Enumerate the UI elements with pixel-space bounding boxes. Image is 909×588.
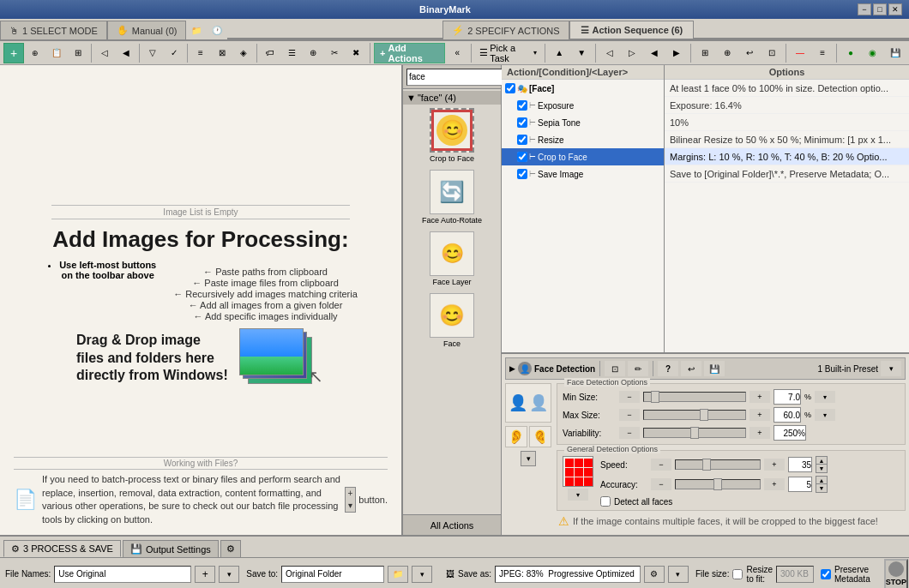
toolbar-misc4[interactable]: ⊕ bbox=[303, 43, 323, 63]
tab-specify-actions[interactable]: ⚡ 2 SPECIFY ACTIONS bbox=[442, 21, 569, 39]
max-size-slider[interactable] bbox=[643, 410, 746, 420]
tab-select-mode[interactable]: 🖱 1 SELECT MODE bbox=[0, 21, 107, 39]
nav-back2-button[interactable]: ◀ bbox=[644, 43, 665, 63]
save-to-browse[interactable]: 📁 bbox=[388, 566, 408, 583]
action-item-face[interactable]: 😊 Face bbox=[403, 290, 501, 351]
action-check-crop[interactable] bbox=[517, 152, 527, 162]
tab-manual[interactable]: ✋ Manual (0) bbox=[107, 21, 187, 39]
acc-minus[interactable]: − bbox=[651, 478, 671, 490]
undo-button[interactable]: ↩ bbox=[739, 43, 760, 63]
variability-slider[interactable] bbox=[643, 428, 746, 438]
max-unit-toggle[interactable]: ▾ bbox=[815, 409, 835, 421]
file-names-input[interactable] bbox=[54, 566, 191, 583]
action-item-face-rotate[interactable]: 🔄 Face Auto-Rotate bbox=[403, 166, 501, 228]
nav-fwd-button[interactable]: ▷ bbox=[622, 43, 642, 63]
min-size-slider[interactable] bbox=[643, 392, 746, 402]
maximize-button[interactable]: □ bbox=[873, 3, 887, 15]
resize-checkbox[interactable] bbox=[732, 569, 743, 579]
close-button[interactable]: ✕ bbox=[888, 3, 902, 15]
toolbar-misc2[interactable]: ⊠ bbox=[212, 43, 232, 63]
plus-button-inline[interactable]: + ▾ bbox=[345, 487, 357, 513]
max-minus[interactable]: − bbox=[619, 409, 640, 421]
accuracy-input[interactable] bbox=[788, 477, 812, 492]
toolbar-misc3[interactable]: ◈ bbox=[233, 43, 254, 63]
det-btn2[interactable]: ✏ bbox=[628, 361, 648, 376]
var-minus[interactable]: − bbox=[619, 427, 640, 439]
action-check-sepia[interactable] bbox=[517, 117, 527, 128]
tab-gear[interactable]: ⚙ bbox=[220, 540, 241, 557]
tab-clock[interactable]: 🕐 bbox=[207, 21, 227, 39]
toolbar-filter[interactable]: ▽ bbox=[142, 43, 163, 63]
resize-value-input[interactable] bbox=[776, 566, 814, 583]
toolbar-add-yellow[interactable]: ⊕ bbox=[25, 43, 45, 63]
min-minus[interactable]: − bbox=[619, 391, 640, 403]
stop-button[interactable]: STOP bbox=[884, 559, 908, 589]
tab-folder[interactable]: 📁 bbox=[186, 21, 207, 39]
min-size-input[interactable] bbox=[774, 389, 801, 405]
action-row-exposure[interactable]: ⊢ Exposure bbox=[502, 97, 664, 114]
action-group-header[interactable]: ▼ "face" (4) bbox=[403, 91, 501, 105]
toolbar-add-green[interactable]: + bbox=[3, 43, 24, 63]
save-to-dropdown[interactable]: ▾ bbox=[412, 566, 432, 583]
acc-down[interactable]: ▼ bbox=[816, 484, 827, 492]
file-names-dropdown[interactable]: ▾ bbox=[219, 566, 239, 583]
action-row-resize[interactable]: ⊢ Resize bbox=[502, 131, 664, 148]
det-btn1[interactable]: ⊡ bbox=[605, 361, 625, 376]
speed-stepper[interactable]: ▲ ▼ bbox=[816, 456, 828, 473]
save-to-input[interactable] bbox=[281, 566, 384, 583]
det-undo[interactable]: ↩ bbox=[681, 361, 701, 376]
arrow-up-button[interactable]: ▲ bbox=[549, 43, 569, 63]
acc-stepper[interactable]: ▲ ▼ bbox=[816, 476, 828, 493]
action-check-exposure[interactable] bbox=[517, 100, 527, 111]
det-save[interactable]: 💾 bbox=[704, 361, 725, 376]
pick-task-button[interactable]: ☰ Pick a Task ▾ bbox=[475, 43, 541, 63]
speed-slider[interactable] bbox=[675, 459, 761, 470]
acc-up[interactable]: ▲ bbox=[816, 477, 827, 484]
preset-dropdown[interactable]: ▾ bbox=[881, 361, 901, 376]
action-row-crop-face[interactable]: ⊢ Crop to Face bbox=[502, 148, 664, 165]
save-button[interactable]: 💾 bbox=[885, 43, 906, 63]
toolbar-left1[interactable]: ◁ bbox=[94, 43, 115, 63]
toolbar-check[interactable]: ✓ bbox=[164, 43, 184, 63]
toolbar-list[interactable]: ☰ bbox=[281, 43, 302, 63]
dropdown-face[interactable]: ▾ bbox=[521, 451, 536, 466]
minimize-button[interactable]: − bbox=[858, 3, 871, 15]
collapse-button[interactable]: « bbox=[447, 43, 467, 63]
detect-all-checkbox[interactable] bbox=[600, 496, 611, 507]
tab-process-save[interactable]: ⚙ 3 PROCESS & SAVE bbox=[3, 540, 121, 557]
save-as-dropdown[interactable]: ▾ bbox=[668, 566, 689, 583]
nav-back-button[interactable]: ◁ bbox=[599, 43, 620, 63]
toolbar-misc1[interactable]: ≡ bbox=[190, 43, 211, 63]
all-actions-button[interactable]: All Actions bbox=[403, 514, 501, 535]
grid-dropdown[interactable]: ▾ bbox=[568, 489, 588, 501]
add-actions-button[interactable]: + Add Actions bbox=[374, 43, 445, 63]
save-as-settings[interactable]: ⚙ bbox=[644, 566, 665, 583]
arrow-down-button[interactable]: ▼ bbox=[571, 43, 592, 63]
var-plus[interactable]: + bbox=[749, 427, 770, 439]
max-plus[interactable]: + bbox=[749, 409, 770, 421]
action-check-resize[interactable] bbox=[517, 135, 527, 145]
action-row-save[interactable]: ⊢ Save Image bbox=[502, 165, 664, 183]
action-row-sepia[interactable]: ⊢ Sepia Tone bbox=[502, 114, 664, 131]
misc-button[interactable]: ⊡ bbox=[762, 43, 782, 63]
toolbar-left2[interactable]: ◀ bbox=[116, 43, 136, 63]
acc-plus[interactable]: + bbox=[764, 478, 785, 490]
speed-up[interactable]: ▲ bbox=[816, 457, 827, 465]
speed-input[interactable] bbox=[788, 457, 812, 472]
red-minus[interactable]: — bbox=[790, 43, 810, 63]
add2-button[interactable]: ⊕ bbox=[717, 43, 737, 63]
green1-button[interactable]: ● bbox=[840, 43, 861, 63]
action-item-face-layer[interactable]: 😊 Face Layer bbox=[403, 228, 501, 290]
min-plus[interactable]: + bbox=[749, 391, 770, 403]
action-check-face[interactable] bbox=[505, 83, 515, 93]
file-names-add[interactable]: + bbox=[195, 566, 215, 583]
speed-down[interactable]: ▼ bbox=[816, 465, 827, 472]
toolbar-misc5[interactable]: ✂ bbox=[324, 43, 345, 63]
det-help[interactable]: ? bbox=[658, 361, 678, 376]
toolbar-grid[interactable]: ⊞ bbox=[68, 43, 88, 63]
min-unit-toggle[interactable]: ▾ bbox=[815, 391, 835, 403]
max-size-input[interactable] bbox=[774, 407, 801, 423]
misc2-button[interactable]: ≡ bbox=[812, 43, 833, 63]
accuracy-slider[interactable] bbox=[675, 479, 761, 489]
save-as-input[interactable] bbox=[495, 566, 641, 583]
